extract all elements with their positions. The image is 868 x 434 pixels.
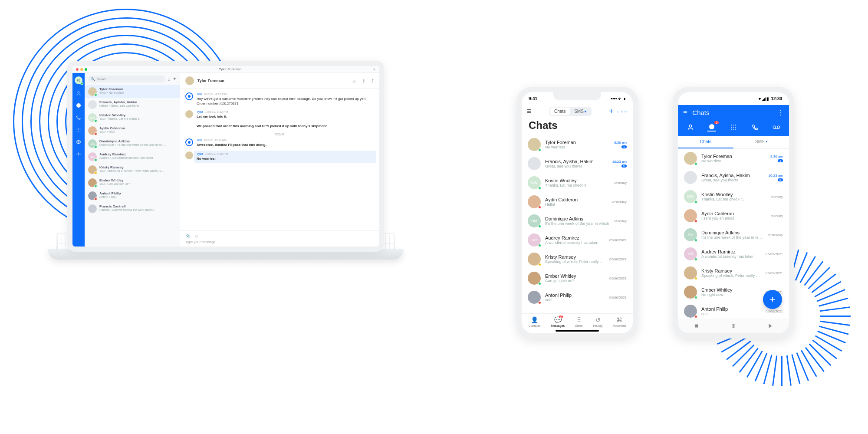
avatar [528,138,541,151]
chat-item[interactable]: ARAudrey RamirezA wonderful serenity has… [678,244,789,263]
conversation-name: Kristen Woolley [99,113,140,117]
svg-point-6 [78,129,79,130]
unread-badge: 1 [621,145,627,148]
avatar: AA [88,152,97,161]
tab-chats[interactable]: Chats [550,108,570,115]
conversation-item[interactable]: AAAudrey RamirezAudrey • A wonderful ser… [85,150,180,163]
voicemail-icon[interactable] [772,123,781,132]
chat-item[interactable]: DADominique AdkinsIt's the one week of t… [678,225,789,244]
dialpad-icon[interactable] [729,123,738,132]
chat-item[interactable]: KWKristin WoolleyThanks, Let me check it… [522,173,633,192]
chat-item[interactable]: KWKristin WoolleyThanks, Let me check it… [678,187,789,206]
conversation-item[interactable]: DADominique AdkinsDominique • It's the o… [85,137,180,150]
chat-name: Tylor Foreman [701,154,766,159]
conversation-item[interactable]: Aydin CalderonYou • Hello! [85,124,180,137]
avatar [88,191,97,200]
search-input[interactable]: 🔍Search [88,76,165,82]
emoji-icon[interactable]: ☺ [194,233,198,238]
avatar [528,291,541,304]
avatar: AR [684,247,697,260]
contacts-icon[interactable] [686,123,695,132]
menu-icon[interactable]: ≡ [683,109,687,117]
thread-share-icon[interactable]: ⇪ [362,79,365,83]
subtab-sms[interactable]: SMS • [733,136,789,148]
conversation-item[interactable]: Kristy RamseyYou • Speaking of which, Pe… [85,163,180,176]
chat-preview: It's the one week of the year in which [545,221,610,226]
message-meta: You7/26/21, 8:32 AM [197,138,374,141]
subtab-chats[interactable]: Chats [678,136,733,148]
call-history-icon[interactable] [76,115,82,121]
conversation-item[interactable]: Ember WhitleyYou • Can you join us? [85,176,180,189]
chat-preview: cool. [545,298,605,302]
compose-input[interactable]: Type your message... [185,240,374,244]
chat-time: 05/06/2021 [609,257,627,261]
message-meta: Tylor7/26/21, 8:36 PM [197,152,374,155]
chat-name: Kristy Ramsey [545,254,605,260]
chat-name: Francis, Ayisha, Hakim [545,159,608,164]
tabbar-messages[interactable]: 💬Messages2 [551,316,565,327]
attach-icon[interactable]: 📎 [185,233,191,238]
thread-export-icon[interactable]: ⤴ [372,79,374,83]
chat-item[interactable]: Tylor ForemanNo worries!8:36 am1 [678,149,789,168]
history-icon[interactable] [751,123,760,132]
thread-action-icon[interactable]: ⌂ [353,79,356,83]
compose-button[interactable]: + [609,107,614,116]
tabbar-history[interactable]: ↺History [593,316,603,327]
chat-item[interactable]: Francis, Ayisha, HakimGreat, see you the… [678,168,789,187]
filter-icon[interactable]: ⌂ [168,77,171,82]
chat-item[interactable]: Antoni Philipcool.05/06/2021 [522,288,633,307]
conversation-item[interactable]: Francis, Ayisha, HakimHakim • Great, see… [85,98,180,111]
conversation-item[interactable]: Francis CantrellFrancis • Can we review … [85,202,180,215]
traffic-light-min[interactable] [80,68,83,71]
tabbar-voicemail[interactable]: ⌘Voicemail [613,316,626,327]
tab-sms[interactable]: SMS [570,108,591,115]
chat-preview: Thanks, Let me check it. [545,183,610,187]
globe-icon[interactable] [76,139,82,145]
svg-point-14 [709,124,714,129]
chat-item[interactable]: Kristy RamseySpeaking of which, Peter re… [522,250,633,269]
svg-point-3 [78,128,79,129]
traffic-light-close[interactable] [76,68,79,71]
tabbar-contacts[interactable]: 👤Contacts [529,316,541,327]
settings-icon[interactable] [76,151,82,157]
user-avatar[interactable]: PJ [75,76,82,84]
tab-close-icon[interactable]: × [373,67,375,72]
conversation-item[interactable]: Antoni PhilipAntoni • cool. [85,189,180,202]
conversation-item[interactable]: Tylor ForemanTylor • No worries! [85,85,180,98]
chat-time: 10:23 am5 [612,160,627,168]
chat-item[interactable]: Ember WhitleyCan you join us?05/06/2021 [522,269,633,288]
chat-item[interactable]: Aydin CalderonHello!Yesterday [522,192,633,211]
voicemail-icon: ⌘ [616,316,622,323]
new-chat-button[interactable]: + [173,76,176,82]
chat-item[interactable]: Kristy RamseySpeaking of which, Peter re… [678,263,789,283]
nav-recent-icon[interactable] [767,323,773,329]
chat-item[interactable]: ARAudrey RamirezA wonderful serenity has… [522,230,633,250]
messages-icon[interactable] [76,102,82,108]
fab-compose[interactable]: + [763,290,782,309]
chat-item[interactable]: DMDominique AdkinsIt's the one week of t… [522,211,633,230]
avatar [528,195,541,208]
dialpad-icon[interactable] [76,127,82,133]
overflow-icon[interactable]: ⋮ [777,108,784,117]
traffic-light-max[interactable] [85,68,87,71]
chat-name: Dominique Adkins [545,216,610,221]
date-separator: 7/26/21 [185,133,374,136]
menu-icon[interactable]: ≡ [527,107,532,116]
conversation-item[interactable]: KWKristen WoolleyYou • Thanks, Let me ch… [85,111,180,124]
svg-point-19 [733,127,734,128]
conversation-name: Audrey Ramirez [99,152,153,156]
more-button[interactable]: ○○○ [617,109,628,114]
nav-back-icon[interactable] [694,323,700,329]
chat-item[interactable]: Aydin CalderonI sent you an emailMonday [678,206,789,225]
nav-home-icon[interactable] [730,323,736,329]
page-title: Chats [692,109,709,116]
contacts-icon[interactable] [76,90,82,96]
tabbar-dialer[interactable]: ⠿Dialer [575,316,583,327]
conversation-preview: Francis • Can we review the work again? [99,208,155,211]
chat-preview: Great, see you there! [545,164,608,168]
chat-item[interactable]: Francis, Ayisha, HakimGreat, see you the… [522,154,633,173]
chat-preview: Hello! [545,202,607,207]
avatar [88,178,97,187]
messages-icon[interactable]: 5 [707,123,716,132]
chat-item[interactable]: Tylor ForemanNo worries!8:36 am1 [522,135,633,154]
